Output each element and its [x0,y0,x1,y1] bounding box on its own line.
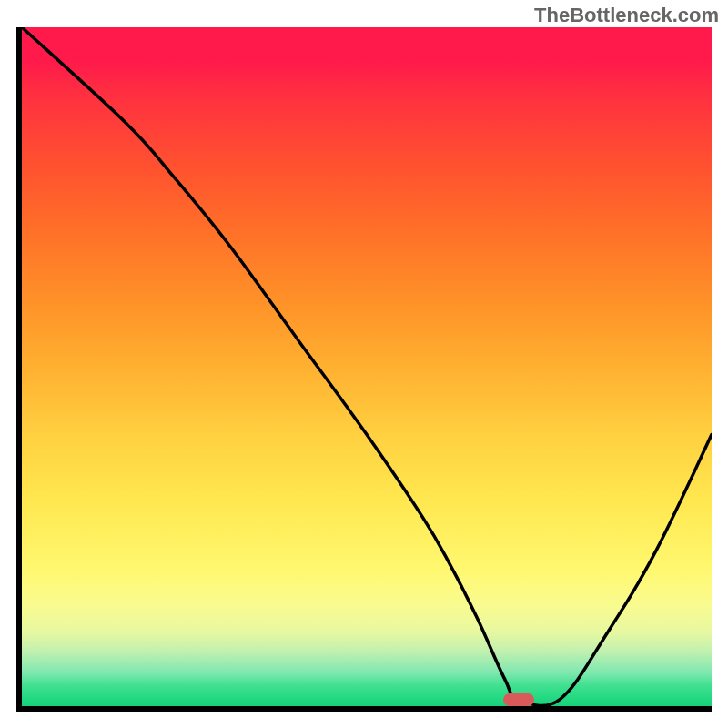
bottleneck-curve [22,27,712,706]
attribution-label: TheBottleneck.com [534,4,719,27]
curve-svg [22,27,712,706]
bottleneck-chart: TheBottleneck.com [0,0,728,728]
optimal-marker [503,693,534,706]
plot-frame [16,27,712,712]
